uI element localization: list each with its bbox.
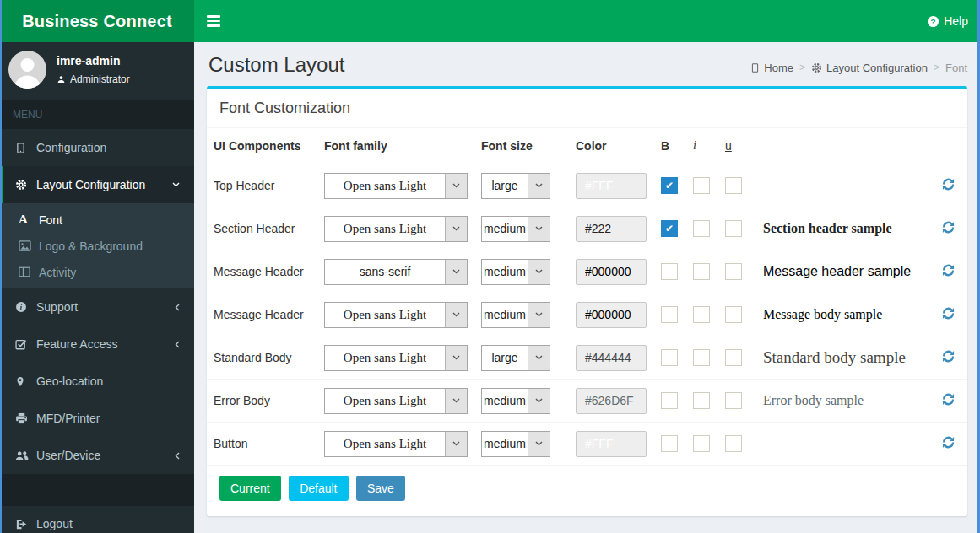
sidebar-item-feature-access[interactable]: Feature Access — [0, 326, 194, 363]
refresh-icon[interactable] — [942, 307, 955, 320]
font-size-select[interactable]: medium — [481, 302, 550, 328]
brand-logo[interactable]: Business Connect — [0, 0, 194, 42]
window-border-left — [0, 0, 2, 533]
underline-checkbox[interactable] — [725, 392, 742, 409]
color-input[interactable] — [576, 431, 647, 457]
select-arrow-icon — [445, 346, 467, 370]
sidebar-item-label: MFD/Printer — [36, 412, 181, 425]
component-label: Button — [214, 437, 247, 450]
bold-checkbox[interactable] — [661, 392, 678, 409]
column-header-font-family: Font family — [317, 128, 474, 164]
font-family-select[interactable]: Open sans Light — [324, 173, 468, 199]
italic-checkbox[interactable] — [693, 435, 710, 452]
underline-checkbox[interactable] — [725, 220, 742, 237]
sidebar-item-logout[interactable]: Logout — [0, 506, 194, 533]
save-button[interactable]: Save — [356, 476, 405, 501]
font-size-select[interactable]: medium — [481, 431, 550, 457]
default-button[interactable]: Default — [289, 476, 348, 501]
bold-checkbox[interactable] — [661, 349, 678, 366]
top-navbar: ? Help — [194, 0, 980, 42]
sidebar-item-activity[interactable]: Activity — [0, 259, 194, 285]
color-input[interactable] — [576, 345, 647, 371]
sidebar-item-geo-location[interactable]: Geo-location — [0, 363, 194, 400]
component-label: Message Header — [214, 265, 304, 278]
table-row-error-body: Error BodyOpen sans LightmediumError bod… — [207, 380, 967, 423]
current-button[interactable]: Current — [219, 476, 281, 501]
refresh-icon[interactable] — [942, 350, 955, 363]
sample-text: Message header sample — [763, 264, 911, 278]
breadcrumb-home[interactable]: Home — [750, 62, 793, 74]
refresh-icon[interactable] — [942, 436, 955, 449]
sidebar-item-logo-background[interactable]: Logo & Background — [0, 233, 194, 259]
italic-checkbox[interactable] — [693, 220, 710, 237]
font-size-select[interactable]: medium — [481, 216, 550, 242]
bold-checkbox[interactable] — [661, 306, 678, 323]
refresh-icon[interactable] — [942, 393, 955, 406]
font-family-select[interactable]: Open sans Light — [324, 388, 468, 414]
underline-checkbox[interactable] — [725, 306, 742, 323]
refresh-icon[interactable] — [942, 221, 955, 234]
font-size-select[interactable]: large — [481, 173, 550, 199]
bold-checkbox[interactable] — [661, 435, 678, 452]
font-size-select[interactable]: medium — [481, 388, 550, 414]
color-input[interactable] — [576, 302, 647, 328]
font-family-select[interactable]: Open sans Light — [324, 216, 468, 242]
chevron-down-icon — [172, 182, 181, 187]
column-header-font-size: Font size — [474, 128, 569, 164]
sidebar: Business Connect imre-admin Administrato… — [0, 0, 194, 533]
font-family-select[interactable]: sans-serif — [324, 259, 468, 285]
color-input[interactable] — [576, 216, 647, 242]
breadcrumb-layout-configuration[interactable]: Layout Configuration — [811, 62, 928, 74]
underline-checkbox[interactable] — [725, 349, 742, 366]
check-icon: ✔ — [665, 180, 674, 191]
breadcrumb-separator: > — [934, 62, 939, 73]
refresh-icon[interactable] — [942, 178, 955, 191]
select-arrow-icon — [445, 389, 467, 413]
font-family-select[interactable]: Open sans Light — [324, 345, 468, 371]
select-arrow-icon — [445, 217, 467, 241]
selected-value: Open sans Light — [325, 174, 445, 198]
sidebar-item-support[interactable]: iSupport — [0, 288, 194, 326]
sidebar-item-configuration[interactable]: Configuration — [0, 129, 194, 166]
color-input[interactable] — [576, 173, 647, 199]
sidebar-item-label: Feature Access — [36, 337, 175, 351]
bold-checkbox[interactable]: ✔ — [661, 177, 678, 194]
question-circle-icon: ? — [927, 15, 939, 28]
bold-checkbox[interactable] — [661, 263, 678, 280]
map-marker-icon — [15, 375, 36, 388]
font-size-select[interactable]: medium — [481, 259, 550, 285]
underline-checkbox[interactable] — [725, 177, 742, 194]
italic-checkbox[interactable] — [693, 263, 710, 280]
sidebar-item-label: Font — [39, 213, 62, 227]
italic-checkbox[interactable] — [693, 177, 710, 194]
sidebar-item-user-device[interactable]: User/Device — [0, 437, 194, 474]
font-family-select[interactable]: Open sans Light — [324, 431, 468, 457]
sidebar-toggle-button[interactable] — [194, 0, 233, 42]
selected-value: medium — [482, 260, 528, 284]
select-arrow-icon — [445, 303, 467, 327]
sidebar-item-mfd-printer[interactable]: MFD/Printer — [0, 400, 194, 437]
color-input[interactable] — [576, 388, 647, 414]
tablet-icon — [750, 62, 760, 73]
logout-label: Logout — [36, 517, 181, 530]
sidebar-item-font[interactable]: AFont — [0, 207, 194, 233]
bold-checkbox[interactable]: ✔ — [661, 220, 678, 237]
chevron-left-icon — [175, 304, 181, 311]
table-row-message-header: Message Headersans-serifmediumMessage he… — [207, 250, 967, 293]
font-size-select[interactable]: large — [481, 345, 550, 371]
italic-checkbox[interactable] — [693, 349, 710, 366]
user-info: imre-admin Administrator — [57, 51, 130, 85]
sidebar-item-layout-configuration[interactable]: Layout Configuration — [0, 166, 194, 203]
color-input[interactable] — [576, 259, 647, 285]
refresh-icon[interactable] — [942, 264, 955, 277]
selected-value: medium — [482, 217, 528, 241]
help-label: Help — [944, 14, 968, 28]
underline-checkbox[interactable] — [725, 435, 742, 452]
underline-checkbox[interactable] — [725, 263, 742, 280]
sidebar-menu: ConfigurationLayout ConfigurationAFontLo… — [0, 129, 194, 474]
table-row-standard-body: Standard BodyOpen sans LightlargeStandar… — [207, 336, 967, 380]
italic-checkbox[interactable] — [693, 306, 710, 323]
font-family-select[interactable]: Open sans Light — [324, 302, 468, 328]
help-button[interactable]: ? Help — [927, 0, 968, 42]
italic-checkbox[interactable] — [693, 392, 710, 409]
